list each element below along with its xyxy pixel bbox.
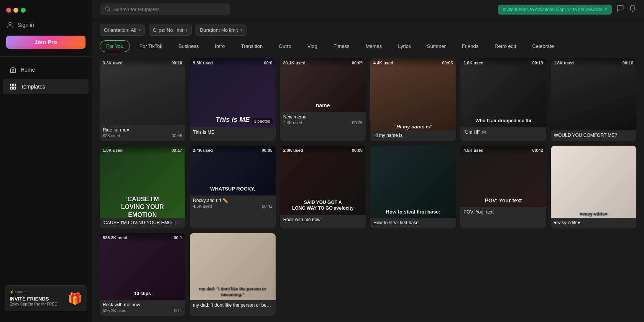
duration-overlay: 00:08 [352, 148, 363, 153]
cat-tab-retro-edit[interactable]: Retro edit [488, 40, 522, 52]
cat-tab-summer[interactable]: Summer [421, 40, 452, 52]
clips-label: Clips: No limit [153, 27, 183, 33]
traffic-green[interactable] [21, 8, 26, 13]
cat-tab-vlog[interactable]: Vlog [301, 40, 324, 52]
template-card[interactable]: 1.8K used00:16WOULD YOU COMFORT ME?WOULD… [551, 58, 636, 141]
card-stats: 626 used00:06 [103, 133, 182, 138]
used-overlay: 2.0K used [283, 148, 303, 153]
duration-filter[interactable]: Duration: No limit ▾ [196, 25, 246, 36]
card-bottom: This is ME [190, 127, 275, 138]
card-meta-overlay: 2.4K used00:05 [190, 146, 275, 155]
sidebar-item-templates[interactable]: Templates [3, 79, 89, 94]
template-card[interactable]: 2.4K used00:05WHATSUP ROCKY,Rocky and ri… [190, 146, 275, 228]
cat-tab-transition[interactable]: Transition [235, 40, 269, 52]
cat-tab-outro[interactable]: Outro [272, 40, 298, 52]
invite-banner[interactable]: ⚡ CapCut INVITE FRIENDS Enjoy CapCut Pro… [5, 285, 87, 311]
bell-icon[interactable] [629, 5, 636, 14]
search-placeholder[interactable]: Search for templates [113, 7, 159, 12]
template-card[interactable]: 1.0K used00:17'CAUSE I'M LOVING YOUR EMO… [100, 146, 185, 228]
thumb-bg: my dad: "i dont like the person ur becom… [190, 233, 275, 300]
card-thumb: 9.8K used00:0This is ME2 photos [190, 58, 275, 127]
card-meta-overlay: 4.5K used00:42 [460, 146, 546, 155]
thumb-bg: 9.8K used00:0This is ME2 photos [190, 58, 275, 127]
card-title: ♥easy-edits♥ [554, 220, 633, 225]
card-title: How to steal first base: [373, 220, 453, 225]
card-used: 2.4K used [283, 120, 302, 125]
invite-link[interactable]: Invite friends to download CapCut to get… [498, 5, 612, 15]
capcut-label: ⚡ CapCut [10, 290, 57, 294]
overlay-text: 'CAUSE I'M LOVING YOUR EMOTION [103, 196, 182, 218]
traffic-red[interactable] [6, 8, 11, 13]
cat-tab-friends[interactable]: Friends [455, 40, 485, 52]
template-card[interactable]: 4.4K used00:05"Hi my name is" Trend Temp… [370, 58, 456, 141]
card-title: Ride for me♥ [103, 127, 182, 133]
template-card[interactable]: 9.8K used00:0This is ME2 photosThis is M… [190, 58, 275, 141]
cat-tab-business[interactable]: Business [172, 40, 205, 52]
template-card[interactable]: 3.3K used00:10I pray that these FEELINGS… [100, 58, 185, 141]
sidebar-item-home[interactable]: Home [3, 62, 89, 77]
clips-filter[interactable]: Clips: No limit ▾ [149, 25, 192, 36]
card-meta-overlay: 1.8K used00:16 [551, 58, 636, 67]
cat-tab-for-you[interactable]: For You [100, 40, 130, 52]
used-overlay: 3.3K used [103, 61, 123, 65]
traffic-yellow[interactable] [13, 8, 18, 13]
overlay-text: ♥easy-edits♥ [554, 211, 633, 217]
card-title: Rock with me now [103, 302, 182, 307]
template-grid: 3.3K used00:10I pray that these FEELINGS… [92, 52, 644, 322]
user-icon [6, 21, 14, 29]
cat-tab-lyrics[interactable]: Lyrics [391, 40, 417, 52]
sign-in-button[interactable]: Sign in [0, 17, 92, 33]
template-card[interactable]: my dad: "i dont like the person ur becom… [190, 233, 275, 316]
template-card[interactable]: ♥easy-edits♥♥easy-edits♥ [551, 146, 636, 228]
thumb-bg: 80.1K used00:05name [280, 58, 366, 112]
card-thumb: 80.1K used00:05name [280, 58, 366, 112]
card-title: POV: Your text [463, 209, 543, 215]
card-bottom: ♥easy-edits♥ [551, 218, 636, 228]
template-card[interactable]: 525.2K used00:110 clipsRock with me now5… [100, 233, 185, 316]
svg-rect-2 [14, 84, 16, 86]
card-bottom: POV: Your text [460, 207, 546, 218]
sign-in-label: Sign in [18, 22, 34, 28]
card-bottom: WOULD YOU COMFORT ME? [551, 130, 636, 141]
cat-tab-celebrate[interactable]: Celebrate [526, 40, 560, 52]
cat-tab-fitness[interactable]: Fitness [327, 40, 356, 52]
template-card[interactable]: 80.1K used00:05nameNew meme2.4K used00:0… [280, 58, 366, 141]
template-card[interactable]: 4.5K used00:42POV: Your textPOV: Your te… [460, 146, 546, 228]
cat-tab-intro[interactable]: Intro [209, 40, 232, 52]
used-overlay: 1.8K used [554, 61, 574, 65]
template-card[interactable]: How to steal first base:How to steal fir… [370, 146, 456, 228]
card-thumb: 2.4K used00:05WHATSUP ROCKY, [190, 146, 275, 196]
card-title: Hi my name is [373, 133, 453, 138]
duration-label: Duration: No limit [200, 27, 238, 33]
card-thumb: How to steal first base: [370, 146, 456, 218]
svg-rect-4 [14, 87, 16, 89]
cat-tab-memes[interactable]: Memes [359, 40, 389, 52]
overlay-text: 10 clips [103, 291, 182, 297]
cat-tab-for-tiktok[interactable]: For TikTok [133, 40, 169, 52]
search-icon [105, 6, 110, 13]
template-card[interactable]: 2.0K used00:08SAID YOU GOT A LONG WAY TO… [280, 146, 366, 228]
orientation-filter[interactable]: Orientation: All ▾ [100, 25, 145, 36]
card-stats: 525.2K used00:1 [103, 308, 182, 313]
photos-badge: 2 photos [252, 118, 273, 124]
overlay-text: How to steal first base: [373, 209, 453, 215]
join-pro-button[interactable]: Join Pro [6, 36, 85, 49]
template-card[interactable]: 1.6K used00:19Who tf air dropped me thi"… [460, 58, 546, 141]
overlay-text: my dad: "i dont like the person ur becom… [193, 286, 272, 297]
thumb-bg: 4.5K used00:42POV: Your text [460, 146, 546, 207]
card-bottom: Rock with me now525.2K used00:1 [100, 300, 185, 316]
card-bottom: How to steal first base: [370, 218, 456, 228]
card-title: my dad: "i dont like the person ur becom… [193, 302, 272, 308]
chat-icon[interactable] [616, 5, 624, 14]
duration-overlay: 00:16 [623, 61, 633, 65]
home-label: Home [21, 67, 35, 73]
card-duration: 00:06 [172, 133, 182, 138]
card-thumb: ♥easy-edits♥ [551, 146, 636, 218]
svg-rect-1 [10, 84, 12, 86]
card-title: This is ME [193, 130, 272, 135]
card-bottom: Hi my name is [370, 130, 456, 141]
thumb-bg: How to steal first base: [370, 146, 456, 218]
templates-icon [9, 83, 17, 90]
search-bar[interactable]: Search for templates [100, 3, 230, 15]
orientation-arrow: ▾ [139, 28, 141, 32]
